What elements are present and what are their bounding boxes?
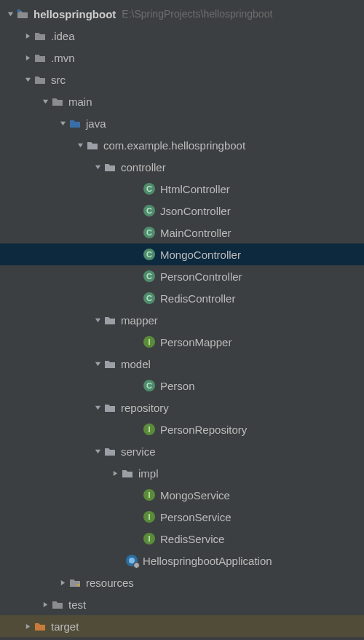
tree-node-label: controller [121, 161, 166, 173]
interface-icon: I [143, 532, 156, 545]
tree-node-htmlController[interactable]: CHtmlController [0, 178, 364, 200]
tree-node-label: java [86, 117, 106, 130]
tree-node-label: PersonRepository [160, 424, 247, 436]
tree-node-idea[interactable]: .idea [0, 25, 364, 47]
tree-arrow-down-icon[interactable] [92, 402, 103, 413]
tree-node-mvn[interactable]: .mvn [0, 47, 364, 69]
interface-icon: I [143, 510, 156, 523]
tree-node-personMapper[interactable]: IPersonMapper [0, 331, 364, 353]
interface-icon: I [143, 488, 156, 502]
tree-node-personService[interactable]: IPersonService [0, 506, 364, 528]
tree-node-mapper[interactable]: mapper [0, 309, 364, 331]
tree-node-main[interactable]: main [0, 90, 364, 112]
tree-node-label: MongoService [160, 489, 230, 502]
tree-node-label: RedisService [160, 533, 224, 545]
folder-icon [103, 401, 116, 414]
tree-node-label: src [51, 74, 66, 86]
tree-node-controller[interactable]: controller [0, 156, 364, 178]
folder-icon [51, 95, 64, 108]
tree-arrow-right-icon[interactable] [109, 467, 121, 479]
tree-arrow-right-icon[interactable] [39, 598, 51, 610]
tree-node-java[interactable]: java [0, 112, 364, 134]
tree-node-personRepository[interactable]: IPersonRepository [0, 418, 364, 440]
tree-node-mongoService[interactable]: IMongoService [0, 484, 364, 506]
folder-icon [103, 445, 116, 458]
tree-arrow-down-icon[interactable] [74, 139, 86, 151]
tree-node-label: HellospringbootApplication [143, 555, 272, 567]
class-icon: C [143, 248, 156, 261]
tree-node-label: Person [160, 380, 195, 392]
folder-icon [121, 467, 134, 480]
tree-node-jsonController[interactable]: CJsonController [0, 200, 364, 222]
svg-rect-0 [17, 9, 20, 12]
tree-node-label: hellospringboot [33, 8, 116, 20]
folder-icon [103, 313, 116, 327]
tree-arrow-right-icon[interactable] [22, 620, 33, 632]
tree-node-label: repository [121, 402, 169, 414]
tree-arrow-down-icon[interactable] [92, 445, 103, 457]
tree-node-label: RedisController [160, 292, 235, 305]
tree-node-label: .mvn [51, 52, 75, 64]
tree-arrow-down-icon[interactable] [92, 314, 103, 326]
tree-node-label: main [68, 95, 92, 108]
class-icon: C [143, 270, 156, 283]
tree-node-label: resources [86, 577, 134, 589]
tree-node-label: service [121, 445, 156, 458]
tree-node-label: model [121, 358, 151, 370]
tree-arrow-down-icon[interactable] [39, 95, 51, 107]
tree-node-root[interactable]: hellospringbootE:\SpringProjects\hellosp… [0, 3, 364, 25]
tree-node-label: .idea [51, 30, 75, 42]
folder-icon [33, 29, 47, 42]
tree-node-label: mapper [121, 314, 158, 327]
tree-node-label: impl [138, 467, 159, 480]
svg-rect-1 [76, 584, 80, 585]
tree-node-app[interactable]: HellospringbootApplication [0, 550, 364, 571]
tree-node-label: HtmlController [160, 183, 230, 195]
tree-node-target[interactable]: target [0, 615, 364, 637]
tree-node-redisController[interactable]: CRedisController [0, 287, 364, 309]
tree-node-label: com.example.hellospringboot [103, 139, 245, 152]
tree-node-repository[interactable]: repository [0, 397, 364, 418]
tree-arrow-down-icon[interactable] [22, 74, 33, 85]
class-icon: C [143, 292, 156, 305]
tree-node-package[interactable]: com.example.hellospringboot [0, 134, 364, 156]
tree-node-mainController[interactable]: CMainController [0, 222, 364, 243]
tree-arrow-right-icon[interactable] [57, 577, 68, 588]
tree-arrow-down-icon[interactable] [92, 358, 103, 370]
interface-icon: I [143, 423, 156, 436]
class-icon: C [143, 379, 156, 392]
class-icon: C [143, 182, 156, 195]
tree-arrow-down-icon[interactable] [57, 117, 68, 129]
folder-icon [103, 357, 116, 370]
folder-icon [68, 576, 82, 589]
tree-node-model[interactable]: model [0, 353, 364, 375]
interface-icon: I [143, 335, 156, 348]
tree-node-personController[interactable]: CPersonController [0, 265, 364, 287]
tree-node-resources[interactable]: resources [0, 571, 364, 593]
tree-node-label: target [51, 620, 79, 633]
tree-node-redisService[interactable]: IRedisService [0, 528, 364, 550]
project-path-hint: E:\SpringProjects\hellospringboot [122, 8, 272, 20]
tree-node-impl[interactable]: impl [0, 462, 364, 484]
spring-boot-app-icon [125, 554, 138, 567]
tree-node-mongoController[interactable]: CMongoController [0, 243, 364, 265]
tree-arrow-down-icon[interactable] [92, 161, 103, 173]
tree-node-person[interactable]: CPerson [0, 375, 364, 397]
module-icon [16, 7, 29, 20]
tree-node-label: JsonController [160, 205, 231, 217]
folder-icon [51, 598, 64, 611]
folder-icon [68, 117, 82, 130]
tree-node-label: PersonController [160, 270, 242, 283]
tree-node-label: PersonMapper [160, 336, 232, 348]
tree-arrow-right-icon[interactable] [22, 52, 33, 63]
project-tree[interactable]: hellospringbootE:\SpringProjects\hellosp… [0, 0, 364, 637]
tree-node-service[interactable]: service [0, 440, 364, 462]
tree-node-label: MainController [160, 227, 232, 239]
tree-arrow-down-icon[interactable] [4, 8, 16, 20]
class-icon: C [143, 204, 156, 217]
tree-arrow-right-icon[interactable] [22, 30, 33, 42]
tree-node-label: MongoController [160, 249, 241, 261]
class-icon: C [143, 226, 156, 239]
tree-node-test[interactable]: test [0, 593, 364, 615]
tree-node-src[interactable]: src [0, 69, 364, 90]
